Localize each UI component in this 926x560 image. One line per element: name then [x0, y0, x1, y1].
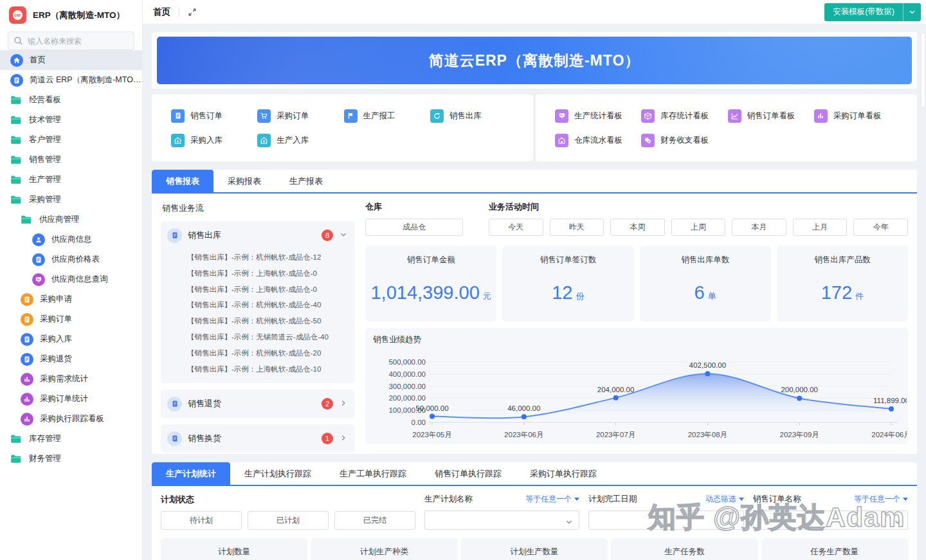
plan-filter-header: 生产计划名称等于任意一个 — [424, 494, 579, 505]
sidebar-item[interactable]: 采购申请 — [0, 289, 142, 309]
topbar-tab-home[interactable]: 首页 — [153, 6, 170, 18]
filter-operator-link[interactable]: 等于任意一个 — [525, 494, 579, 505]
flow-item[interactable]: 【销售出库】-示例：杭州帆软-成品仓-40 — [187, 297, 350, 313]
plan-tab[interactable]: 生产工单执行跟踪 — [325, 462, 421, 485]
sidebar-item[interactable]: 供应商信息查询 — [0, 269, 142, 289]
filter-operator-link[interactable]: 动态筛选 — [705, 494, 744, 505]
app-title: ERP（离散制造-MTO） — [33, 10, 125, 21]
trend-chart-title: 销售业绩趋势 — [373, 334, 900, 345]
doc-icon — [10, 74, 23, 87]
flow-group-header[interactable]: 销售退货2 — [161, 390, 355, 418]
folder-icon — [10, 454, 23, 464]
plan-tab[interactable]: 采购订单执行跟踪 — [516, 462, 611, 485]
sidebar-item[interactable]: 库存管理 — [0, 429, 142, 449]
bars-icon — [21, 413, 33, 426]
plan-stat-card: 计划生产种类 — [311, 538, 457, 560]
doc-icon — [167, 228, 182, 243]
plan-tab[interactable]: 生产计划统计 — [152, 462, 230, 485]
linechart-icon — [728, 109, 741, 123]
sidebar-item[interactable]: 采购订单统计 — [0, 389, 142, 409]
flow-group-header[interactable]: 销售出库8 — [161, 221, 355, 249]
time-filter-button[interactable]: 昨天 — [550, 219, 604, 236]
sidebar-item[interactable]: 首页 — [0, 50, 142, 70]
time-filter-button[interactable]: 今年 — [853, 219, 908, 236]
sidebar-item[interactable]: 采购订单 — [0, 309, 142, 329]
time-filter-button[interactable]: 今天 — [489, 219, 543, 236]
flow-item[interactable]: 【销售出库】-示例：杭州帆软-成品仓-50 — [187, 313, 350, 329]
housein-icon — [171, 134, 185, 147]
flow-item[interactable]: 【销售出库】-示例：上海帆软-成品仓-0 — [187, 266, 350, 282]
sidebar-item[interactable]: 客户管理 — [0, 130, 142, 150]
plan-status-button[interactable]: 已计划 — [248, 511, 329, 530]
plan-filter-label: 生产计划名称 — [424, 494, 473, 505]
time-filter-button[interactable]: 本周 — [610, 219, 665, 236]
chevron-right-icon[interactable] — [340, 433, 347, 444]
report-card: 销售报表采购报表生产报表 销售业务流 销售出库8【销售出库】-示例：杭州帆软-成… — [152, 170, 917, 454]
sidebar-item[interactable]: 采购执行跟踪看板 — [0, 409, 142, 429]
sidebar-item-label: 简道云 ERP（离散制造-MTO）... — [30, 75, 142, 86]
sidebar-item[interactable]: 采购管理 — [0, 190, 142, 210]
flow-group-header[interactable]: 销售换货1 — [161, 424, 355, 453]
quick-link[interactable]: 生产统计看板 — [555, 104, 641, 128]
quick-link[interactable]: 销售订单 — [171, 104, 257, 128]
sidebar-item[interactable]: 采购退货 — [0, 349, 142, 369]
quick-link-label: 财务收支看板 — [660, 135, 709, 146]
install-template-button[interactable]: 安装模板(带数据) — [824, 3, 921, 21]
time-filter-button[interactable]: 上周 — [671, 219, 726, 236]
plan-status-button[interactable]: 已完结 — [334, 511, 415, 530]
plan-tab[interactable]: 销售订单执行跟踪 — [421, 462, 516, 485]
quick-link[interactable]: 财务收支看板 — [641, 128, 727, 152]
filter-select[interactable] — [753, 510, 908, 530]
doc-icon — [21, 313, 33, 326]
quick-link[interactable]: 库存统计看板 — [641, 104, 727, 128]
quick-link[interactable]: 采购订单 — [257, 104, 343, 128]
report-tab[interactable]: 销售报表 — [152, 170, 213, 192]
time-filter-button[interactable]: 上月 — [793, 219, 848, 236]
quick-link[interactable]: 仓库流水看板 — [555, 128, 641, 152]
filter-date-input[interactable] — [588, 510, 743, 530]
flow-item[interactable]: 【销售出库】-示例：无锡简道云-成品仓-40 — [187, 329, 350, 345]
report-tab[interactable]: 生产报表 — [275, 170, 337, 192]
plan-stat-label: 计划生产数量 — [461, 546, 608, 557]
quick-link[interactable]: 采购订单看板 — [814, 104, 900, 128]
plan-tab[interactable]: 生产计划执行跟踪 — [230, 462, 325, 485]
quick-link[interactable]: 采购入库 — [171, 128, 257, 152]
sidebar-item[interactable]: 采购入库 — [0, 329, 142, 349]
svg-text:2023年08月: 2023年08月 — [688, 431, 727, 438]
quick-link[interactable]: 销售出库 — [430, 104, 516, 128]
quick-link[interactable]: 销售订单看板 — [728, 104, 814, 128]
sidebar-item-label: 生产管理 — [29, 174, 61, 185]
plan-stat-label: 任务生产数量 — [761, 546, 908, 557]
warehouse-filter-button[interactable]: 成品仓 — [365, 219, 463, 236]
sidebar-item[interactable]: 技术管理 — [0, 110, 142, 130]
flow-item[interactable]: 【销售出库】-示例：上海帆软-成品仓-0 — [187, 282, 350, 298]
install-dropdown-caret[interactable] — [903, 3, 921, 21]
filter-select[interactable] — [424, 510, 579, 530]
flow-item[interactable]: 【销售出库】-示例：杭州帆软-成品仓-20 — [187, 345, 350, 361]
cart-icon — [257, 109, 271, 123]
plan-status-button[interactable]: 待计划 — [161, 511, 242, 530]
sidebar-item[interactable]: 供应商信息 — [0, 230, 142, 249]
chevron-right-icon[interactable] — [340, 398, 347, 410]
report-tab[interactable]: 采购报表 — [213, 170, 275, 192]
quick-link[interactable]: 生产报工 — [344, 104, 430, 128]
kpi-label: 销售订单签订数 — [502, 255, 633, 266]
quick-link[interactable]: 生产入库 — [257, 128, 343, 152]
flow-item[interactable]: 【销售出库】-示例：上海帆软-成品仓-10 — [187, 361, 350, 377]
chevron-down-icon[interactable] — [340, 230, 347, 241]
time-filter-button[interactable]: 本月 — [732, 219, 786, 236]
fullscreen-icon[interactable] — [188, 8, 197, 17]
sidebar-item[interactable]: 供应商价格表 — [0, 249, 142, 269]
sidebar-item[interactable]: 经营看板 — [0, 90, 142, 110]
search-input[interactable] — [8, 32, 134, 50]
sidebar-item[interactable]: 生产管理 — [0, 170, 142, 190]
flow-group-label: 销售出库 — [188, 230, 322, 241]
flow-item[interactable]: 【销售出库】-示例：杭州帆软-成品仓-12 — [187, 249, 350, 266]
sidebar-item[interactable]: 简道云 ERP（离散制造-MTO）... — [0, 70, 142, 90]
sidebar-item[interactable]: 财务管理 — [0, 449, 142, 469]
sidebar-item[interactable]: 销售管理 — [0, 150, 142, 170]
sidebar-item[interactable]: 采购需求统计 — [0, 369, 142, 389]
scrollbar-thumb[interactable] — [921, 32, 925, 108]
sidebar-item[interactable]: 供应商管理 — [0, 210, 142, 230]
filter-operator-link[interactable]: 等于任意一个 — [854, 494, 908, 505]
